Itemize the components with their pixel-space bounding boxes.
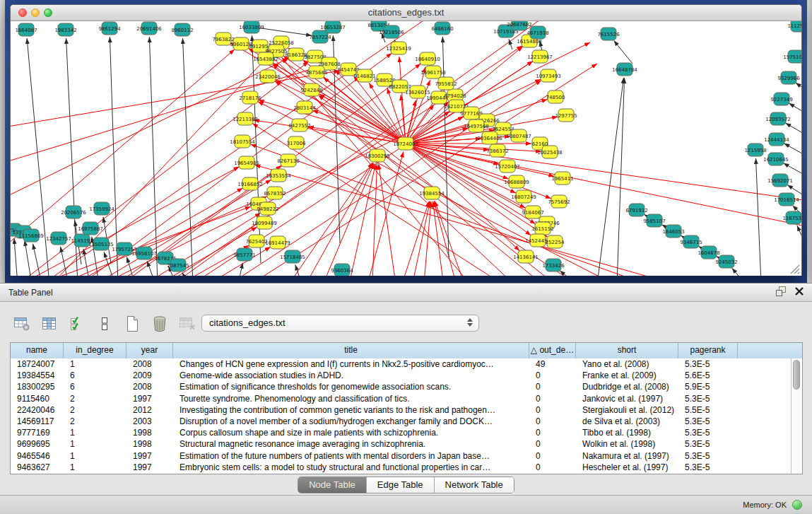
network-edge[interactable] — [614, 40, 632, 64]
network-node[interactable]: 9329966 — [777, 71, 800, 84]
network-node[interactable]: 20691406 — [136, 22, 162, 35]
network-node[interactable]: 9585107 — [643, 214, 665, 227]
network-node[interactable]: 252254 — [546, 235, 565, 248]
network-edge[interactable] — [11, 71, 340, 127]
network-node[interactable]: 15720407 — [495, 160, 520, 173]
network-edge[interactable] — [110, 37, 118, 276]
network-node[interactable]: 7615526 — [597, 28, 620, 40]
network-edge[interactable] — [25, 240, 32, 276]
table-mode-icon[interactable] — [13, 315, 31, 333]
network-edge[interactable] — [617, 78, 625, 276]
network-node[interactable]: 17016514 — [774, 193, 799, 206]
network-node[interactable]: 8427552 — [288, 119, 310, 132]
network-node[interactable]: 9242848 — [300, 83, 322, 96]
column-header-name[interactable]: name — [11, 343, 64, 358]
new-column-icon[interactable] — [123, 315, 141, 333]
network-node[interactable]: 15692071 — [767, 174, 793, 187]
table-row[interactable]: 1872400712008Changes of HCN gene express… — [11, 358, 792, 370]
column-header-short[interactable]: short — [576, 343, 678, 358]
table-row[interactable]: 946362711997Embryonic stem cells: a mode… — [11, 462, 792, 473]
network-node[interactable]: 14136141 — [513, 250, 539, 263]
network-edge[interactable] — [325, 163, 374, 276]
network-node[interactable]: 9227349 — [770, 93, 792, 105]
table-row[interactable]: 1938455462009Genome-wide association stu… — [11, 370, 792, 381]
tab-network-table[interactable]: Network Table — [435, 477, 514, 493]
network-node[interactable]: 9146821 — [353, 69, 375, 82]
network-node[interactable]: 748500 — [546, 90, 565, 103]
network-node[interactable]: 16961758 — [420, 66, 446, 78]
network-node[interactable]: 9861294 — [98, 22, 121, 35]
network-edge[interactable] — [597, 78, 623, 276]
network-node[interactable]: 10688809 — [504, 175, 529, 188]
column-header-year[interactable]: year — [126, 343, 173, 358]
network-node[interactable]: 7625402 — [245, 235, 267, 247]
network-node[interactable]: 8678352 — [264, 187, 286, 199]
network-node[interactable]: 6791912 — [625, 204, 647, 216]
network-node[interactable]: 18300295 — [365, 149, 390, 162]
close-panel-icon[interactable] — [795, 287, 804, 296]
network-edge[interactable] — [21, 167, 239, 276]
network-node[interactable]: 16807249 — [511, 190, 536, 203]
table-row[interactable]: 977716911998Corpus callosum shape and si… — [11, 427, 792, 438]
network-node[interactable]: 1965411 — [551, 172, 573, 185]
network-node[interactable]: 9245032 — [715, 255, 737, 268]
network-node[interactable]: 1664087 — [15, 23, 37, 36]
network-edge[interactable] — [406, 144, 801, 228]
table-row[interactable]: 1456911722003Disruption of a novel membe… — [11, 416, 792, 427]
network-edge[interactable] — [406, 144, 801, 201]
delete-table-icon[interactable] — [178, 315, 196, 333]
network-edge[interactable] — [379, 164, 396, 276]
network-node[interactable]: 15751074 — [783, 50, 801, 63]
network-node[interactable]: 9498222 — [257, 202, 278, 215]
table-selector-dropdown[interactable]: citations_edges.txt — [201, 315, 479, 332]
network-node[interactable]: 4671938 — [526, 26, 548, 39]
table-row[interactable]: 1830029562008Estimation of significance … — [11, 381, 792, 392]
network-edge[interactable] — [372, 164, 377, 276]
column-header-title[interactable]: title — [173, 343, 529, 358]
column-header-pagerank[interactable]: pagerank — [678, 343, 738, 358]
network-edge[interactable] — [403, 201, 429, 276]
network-node[interactable]: 1983342 — [54, 23, 76, 36]
network-edge[interactable] — [254, 120, 406, 144]
network-node[interactable]: 12213389 — [233, 112, 258, 125]
network-edge[interactable] — [435, 201, 463, 276]
table-row[interactable]: 911546021997Tourette syndrome. Phenomeno… — [11, 393, 792, 404]
network-node[interactable]: 19166852 — [237, 177, 263, 190]
network-node[interactable]: 16353554 — [266, 169, 291, 182]
scrollbar-thumb[interactable] — [793, 360, 800, 390]
network-node[interactable]: 9360364 — [331, 264, 353, 276]
network-node[interactable]: 7386372 — [486, 144, 508, 157]
vertical-scrollbar[interactable] — [791, 358, 802, 474]
network-node[interactable]: 16210645 — [763, 153, 789, 165]
network-node[interactable]: 1297755 — [555, 109, 577, 122]
window-titlebar[interactable]: citations_edges.txt — [11, 5, 801, 21]
network-node[interactable]: 12213967 — [527, 50, 553, 63]
network-node[interactable]: 2087545 — [167, 259, 189, 271]
network-node[interactable]: 7955812 — [435, 77, 457, 90]
network-edge[interactable] — [147, 261, 155, 276]
network-edge[interactable] — [149, 37, 158, 276]
network-edge[interactable] — [797, 226, 801, 237]
network-node[interactable]: 12093572 — [765, 112, 791, 125]
column-header-out_de[interactable]: △ out_de… — [529, 343, 576, 358]
network-node[interactable]: 7875685 — [305, 66, 327, 78]
network-node[interactable]: 1615152 — [531, 222, 553, 235]
network-node[interactable]: 1733426 — [542, 259, 565, 271]
network-node[interactable]: 18099489 — [252, 216, 277, 229]
network-node[interactable]: 18640910 — [415, 52, 440, 65]
network-node[interactable]: 20206576 — [61, 206, 86, 218]
network-edge[interactable] — [796, 83, 801, 100]
select-all-icon[interactable] — [68, 315, 86, 333]
network-node[interactable]: 1215958 — [744, 144, 766, 156]
network-node[interactable]: 1604678 — [698, 246, 719, 259]
table-row[interactable]: 946554611997Estimation of the future num… — [11, 450, 792, 462]
network-edge[interactable] — [399, 57, 406, 144]
column-header-in_degree[interactable]: in_degree — [64, 343, 126, 358]
row-selector-icon[interactable] — [95, 315, 114, 333]
network-node[interactable]: 16975887 — [78, 222, 103, 235]
network-node[interactable]: 1846053 — [662, 225, 684, 238]
network-node[interactable]: 9346715 — [680, 235, 702, 248]
float-panel-icon[interactable] — [776, 286, 787, 296]
network-node[interactable]: 9184067 — [522, 206, 543, 218]
network-node[interactable]: 6466160 — [431, 22, 453, 35]
